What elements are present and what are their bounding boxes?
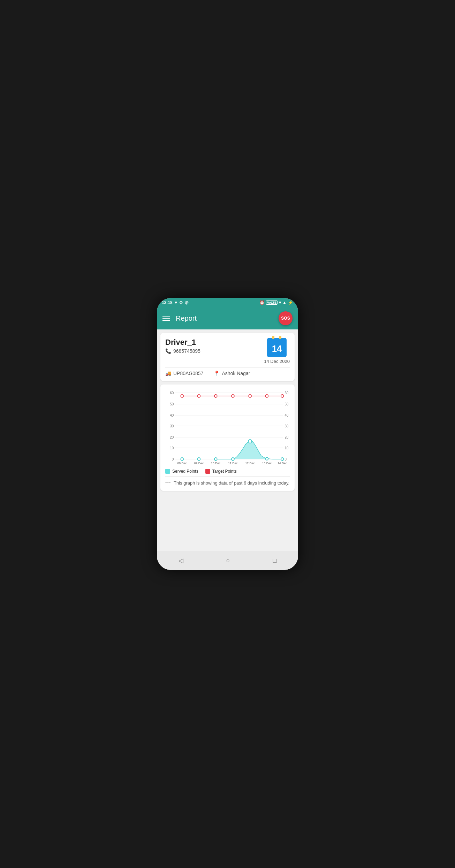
recent-button[interactable]: □ bbox=[266, 556, 284, 566]
cal-pin-right bbox=[279, 336, 281, 339]
svg-point-42 bbox=[281, 458, 284, 460]
hamburger-line-1 bbox=[162, 316, 170, 317]
main-content: Driver_1 📞 9685745895 14 bbox=[157, 329, 298, 551]
svg-point-31 bbox=[214, 395, 217, 397]
driver-info: Driver_1 📞 9685745895 bbox=[165, 338, 200, 354]
svg-text:20: 20 bbox=[285, 435, 289, 439]
volte-badge: VoLTE bbox=[266, 300, 278, 305]
svg-text:10 Dec: 10 Dec bbox=[211, 462, 221, 465]
time-display: 12:18 bbox=[162, 300, 173, 305]
phone-screen: 12:18 ♥ ⊙ ◎ ⏰ VoLTE ▾ ▲ ⚡ Report bbox=[157, 298, 298, 570]
phone-icon: 📞 bbox=[165, 348, 171, 354]
svg-text:08 Dec: 08 Dec bbox=[177, 462, 187, 465]
driver-phone-number: 9685745895 bbox=[173, 348, 200, 354]
legend-target-label: Target Points bbox=[212, 469, 237, 474]
battery-icon: ⚡ bbox=[288, 300, 293, 305]
chart-divider bbox=[165, 477, 290, 477]
home-button[interactable]: ○ bbox=[219, 556, 237, 566]
legend-served-label: Served Points bbox=[172, 469, 198, 474]
svg-text:14 Dec: 14 Dec bbox=[278, 462, 287, 465]
chart-note-text: This graph is showing data of past 6 day… bbox=[174, 480, 289, 486]
svg-text:09 Dec: 09 Dec bbox=[194, 462, 204, 465]
status-left: 12:18 ♥ ⊙ ◎ bbox=[162, 300, 188, 305]
chart-container: 0 10 20 30 40 50 60 0 10 20 30 40 50 bbox=[165, 389, 290, 466]
at-icon: ◎ bbox=[185, 300, 188, 305]
location-icon: ⊙ bbox=[179, 300, 183, 305]
svg-point-35 bbox=[281, 395, 284, 397]
svg-text:0: 0 bbox=[285, 457, 287, 461]
svg-point-32 bbox=[232, 395, 234, 397]
svg-text:50: 50 bbox=[285, 402, 289, 406]
hamburger-menu[interactable] bbox=[162, 316, 170, 321]
svg-text:40: 40 bbox=[285, 413, 289, 417]
status-right: ⏰ VoLTE ▾ ▲ ⚡ bbox=[259, 300, 293, 305]
phone-frame: 12:18 ♥ ⊙ ◎ ⏰ VoLTE ▾ ▲ ⚡ Report bbox=[157, 298, 298, 570]
calendar-section: 14 14 Dec 2020 bbox=[264, 338, 290, 364]
sos-button[interactable]: SOS bbox=[279, 311, 293, 325]
svg-point-41 bbox=[266, 457, 268, 460]
chart-card: 0 10 20 30 40 50 60 0 10 20 30 40 50 bbox=[160, 384, 295, 491]
vehicle-info: 🚚 UP80AG0857 bbox=[165, 371, 203, 376]
svg-point-39 bbox=[232, 458, 234, 460]
target-color-swatch bbox=[205, 469, 210, 474]
svg-point-40 bbox=[248, 440, 252, 443]
driver-phone-row: 📞 9685745895 bbox=[165, 348, 200, 354]
chart-note: 〰 This graph is showing data of past 6 d… bbox=[165, 480, 290, 486]
location-pin-icon: 📍 bbox=[214, 371, 220, 376]
chart-legend: Served Points Target Points bbox=[165, 469, 290, 474]
calendar-day: 14 bbox=[272, 343, 282, 354]
signal-icon: ▲ bbox=[282, 300, 287, 305]
svg-point-36 bbox=[181, 458, 183, 460]
alarm-icon: ⏰ bbox=[259, 300, 265, 305]
status-bar: 12:18 ♥ ⊙ ◎ ⏰ VoLTE ▾ ▲ ⚡ bbox=[157, 298, 298, 307]
location-info: 📍 Ashok Nagar bbox=[214, 371, 250, 376]
app-bar: Report SOS bbox=[157, 307, 298, 329]
svg-text:30: 30 bbox=[285, 424, 289, 428]
driver-footer: 🚚 UP80AG0857 📍 Ashok Nagar bbox=[165, 367, 290, 376]
wifi-icon: ▾ bbox=[279, 300, 281, 305]
svg-text:0: 0 bbox=[172, 457, 174, 461]
legend-target: Target Points bbox=[205, 469, 237, 474]
bottom-nav: ◁ ○ □ bbox=[157, 551, 298, 570]
calendar-pins bbox=[267, 336, 287, 339]
svg-point-34 bbox=[266, 395, 268, 397]
hamburger-line-3 bbox=[162, 320, 170, 321]
svg-text:30: 30 bbox=[170, 424, 174, 428]
svg-text:13 Dec: 13 Dec bbox=[262, 462, 272, 465]
svg-text:60: 60 bbox=[170, 391, 174, 395]
driver-header: Driver_1 📞 9685745895 14 bbox=[165, 338, 290, 364]
svg-point-37 bbox=[198, 458, 200, 460]
served-color-swatch bbox=[165, 469, 170, 474]
svg-point-38 bbox=[214, 458, 217, 460]
back-button[interactable]: ◁ bbox=[172, 555, 190, 566]
calendar-date: 14 Dec 2020 bbox=[264, 359, 290, 364]
trend-icon: 〰 bbox=[165, 480, 171, 486]
svg-text:20: 20 bbox=[170, 435, 174, 439]
svg-text:50: 50 bbox=[170, 402, 174, 406]
svg-text:40: 40 bbox=[170, 413, 174, 417]
hamburger-line-2 bbox=[162, 318, 170, 319]
svg-point-29 bbox=[181, 395, 183, 397]
app-bar-left: Report bbox=[162, 314, 197, 322]
vehicle-number: UP80AG0857 bbox=[173, 371, 203, 376]
app-title: Report bbox=[176, 314, 197, 322]
driver-name: Driver_1 bbox=[165, 338, 200, 347]
location-name: Ashok Nagar bbox=[222, 371, 250, 376]
heart-icon: ♥ bbox=[175, 300, 177, 305]
svg-point-30 bbox=[198, 395, 200, 397]
svg-text:10: 10 bbox=[285, 446, 289, 450]
calendar-icon: 14 bbox=[267, 338, 287, 357]
chart-svg: 0 10 20 30 40 50 60 0 10 20 30 40 50 bbox=[165, 389, 290, 466]
svg-text:11 Dec: 11 Dec bbox=[228, 462, 238, 465]
svg-point-33 bbox=[249, 395, 251, 397]
svg-text:12 Dec: 12 Dec bbox=[245, 462, 255, 465]
legend-served: Served Points bbox=[165, 469, 198, 474]
svg-text:10: 10 bbox=[170, 446, 174, 450]
svg-text:60: 60 bbox=[285, 391, 289, 395]
driver-card: Driver_1 📞 9685745895 14 bbox=[160, 333, 295, 381]
vehicle-icon: 🚚 bbox=[165, 371, 171, 376]
cal-pin-left bbox=[272, 336, 274, 339]
